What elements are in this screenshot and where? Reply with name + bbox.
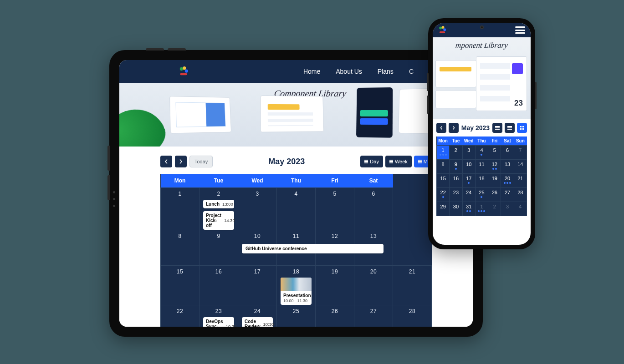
mini-day-cell[interactable]: 24 bbox=[462, 188, 475, 202]
mini-day-cell[interactable]: 12 bbox=[488, 160, 501, 174]
brand-logo bbox=[179, 66, 189, 76]
nav-cutoff[interactable]: C bbox=[409, 68, 414, 75]
day-cell[interactable]: 5 bbox=[316, 188, 354, 230]
mini-day-cell[interactable]: 4 bbox=[475, 146, 488, 160]
mini-day-cell[interactable]: 5 bbox=[488, 146, 501, 160]
event-project-kickoff[interactable]: Project Kick-off14:30 bbox=[203, 211, 234, 230]
view-week-button[interactable]: Week bbox=[385, 156, 412, 167]
mini-day-cell[interactable]: 16 bbox=[450, 174, 462, 188]
day-cell[interactable]: 15 bbox=[161, 266, 199, 305]
view-list-button[interactable] bbox=[492, 123, 502, 133]
mini-day-cell[interactable]: 19 bbox=[488, 174, 501, 188]
view-grid-button[interactable] bbox=[517, 123, 527, 133]
day-cell[interactable]: 21 bbox=[393, 266, 432, 305]
next-month-button[interactable] bbox=[175, 156, 187, 167]
day-cell[interactable]: 27 bbox=[354, 305, 393, 327]
mini-day-cell[interactable]: 1 bbox=[475, 202, 488, 216]
calendar-toolbar: Today May 2023 Day Week M bbox=[160, 156, 432, 167]
svg-point-1 bbox=[183, 66, 186, 70]
mini-day-cell[interactable]: 13 bbox=[501, 160, 514, 174]
mini-day-cell[interactable]: 20 bbox=[501, 174, 514, 188]
col-mon: Mon bbox=[161, 174, 199, 188]
mini-day-cell[interactable]: 9 bbox=[450, 160, 462, 174]
mini-day-cell[interactable]: 11 bbox=[475, 160, 488, 174]
day-cell[interactable]: 26 bbox=[316, 305, 354, 327]
event-dots bbox=[488, 168, 501, 171]
mini-day-cell[interactable]: 18 bbox=[475, 174, 488, 188]
day-cell[interactable]: 12 bbox=[316, 230, 354, 266]
day-cell[interactable]: 8 bbox=[161, 230, 199, 266]
mini-day-cell[interactable]: 1 bbox=[437, 146, 450, 160]
mini-day-cell[interactable]: 30 bbox=[450, 202, 462, 216]
day-cell[interactable]: 4 bbox=[277, 188, 316, 230]
mini-day-cell[interactable]: 10 bbox=[462, 160, 475, 174]
nav-about[interactable]: About Us bbox=[336, 68, 362, 75]
day-cell[interactable]: 19 bbox=[316, 266, 354, 305]
day-cell[interactable]: 9 bbox=[199, 230, 238, 266]
mini-day-cell[interactable]: 3 bbox=[501, 202, 514, 216]
day-cell[interactable]: 13 bbox=[354, 230, 393, 266]
col-tue: Tue bbox=[199, 174, 238, 188]
mini-day-cell[interactable]: 14 bbox=[514, 160, 527, 174]
mini-day-cell[interactable]: 26 bbox=[488, 188, 501, 202]
mini-day-cell[interactable]: 3 bbox=[462, 146, 475, 160]
day-cell[interactable]: 25 bbox=[277, 305, 316, 327]
mini-col-sat: Sat bbox=[501, 136, 514, 146]
today-button[interactable]: Today bbox=[189, 156, 213, 167]
prev-month-button[interactable] bbox=[436, 123, 446, 133]
mini-day-cell[interactable]: 23 bbox=[450, 188, 462, 202]
phone-screen: mponent Library 23 May 2023 MonTueWedThu… bbox=[433, 23, 531, 245]
day-cell[interactable]: 1 bbox=[161, 188, 199, 230]
day-cell[interactable]: 6 bbox=[354, 188, 393, 230]
phone-device-frame: mponent Library 23 May 2023 MonTueWedThu… bbox=[428, 18, 535, 249]
mini-day-cell[interactable]: 22 bbox=[437, 188, 450, 202]
mini-day-cell[interactable]: 4 bbox=[514, 202, 527, 216]
mini-day-cell[interactable]: 7 bbox=[514, 146, 527, 160]
mini-day-cell[interactable]: 31 bbox=[462, 202, 475, 216]
day-cell[interactable]: 10 GitHub Universe conference bbox=[238, 230, 277, 266]
col-wed: Wed bbox=[238, 174, 277, 188]
mini-day-cell[interactable]: 17 bbox=[462, 174, 475, 188]
event-dots bbox=[450, 168, 462, 171]
day-cell[interactable]: 2 Lunch13:00 Project Kick-off14:30 bbox=[199, 188, 238, 230]
event-lunch[interactable]: Lunch13:00 bbox=[203, 200, 234, 208]
mini-day-cell[interactable]: 6 bbox=[501, 146, 514, 160]
day-cell[interactable]: 18 Presentation10:00 - 11:30 bbox=[277, 266, 316, 305]
nav-plans[interactable]: Plans bbox=[378, 68, 394, 75]
day-cell[interactable]: 22 bbox=[161, 305, 199, 327]
col-thu: Thu bbox=[277, 174, 316, 188]
mini-day-cell[interactable]: 28 bbox=[514, 188, 527, 202]
day-cell[interactable]: 24 Code Review10:30 Usability Testing16:… bbox=[238, 305, 277, 327]
event-devops[interactable]: DevOps Sync-Up10:30 bbox=[203, 317, 234, 327]
mini-day-cell[interactable]: 25 bbox=[475, 188, 488, 202]
mini-day-cell[interactable]: 2 bbox=[488, 202, 501, 216]
day-cell[interactable]: 3 bbox=[238, 188, 277, 230]
day-cell[interactable]: 28 bbox=[393, 305, 432, 327]
mini-col-tue: Tue bbox=[450, 136, 462, 146]
mini-day-cell[interactable]: 2 bbox=[450, 146, 462, 160]
view-agenda-button[interactable] bbox=[505, 123, 515, 133]
hamburger-menu-icon[interactable] bbox=[515, 26, 525, 34]
nav-home[interactable]: Home bbox=[303, 68, 320, 75]
svg-point-5 bbox=[442, 26, 445, 29]
month-title: May 2023 bbox=[213, 157, 360, 167]
view-day-button[interactable]: Day bbox=[360, 156, 383, 167]
day-cell[interactable]: 20 bbox=[354, 266, 393, 305]
day-cell[interactable]: 23 DevOps Sync-Up10:30 bbox=[199, 305, 238, 327]
day-cell[interactable]: 17 bbox=[238, 266, 277, 305]
event-code-review[interactable]: Code Review10:30 bbox=[242, 317, 273, 327]
day-cell[interactable]: 11 bbox=[277, 230, 316, 266]
mini-day-cell[interactable]: 21 bbox=[514, 174, 527, 188]
tablet-screen: Home About Us Plans C Component Library … bbox=[119, 60, 473, 327]
event-presentation[interactable]: Presentation10:00 - 11:30 bbox=[281, 278, 312, 305]
event-dots bbox=[476, 210, 488, 213]
mini-day-cell[interactable]: 27 bbox=[501, 188, 514, 202]
mini-day-cell[interactable]: 15 bbox=[437, 174, 450, 188]
mini-day-cell[interactable]: 29 bbox=[437, 202, 450, 216]
next-month-button[interactable] bbox=[449, 123, 459, 133]
mini-day-cell[interactable]: 8 bbox=[437, 160, 450, 174]
svg-rect-3 bbox=[180, 73, 187, 76]
prev-month-button[interactable] bbox=[160, 156, 172, 167]
event-dots bbox=[476, 196, 488, 199]
day-cell[interactable]: 16 bbox=[199, 266, 238, 305]
